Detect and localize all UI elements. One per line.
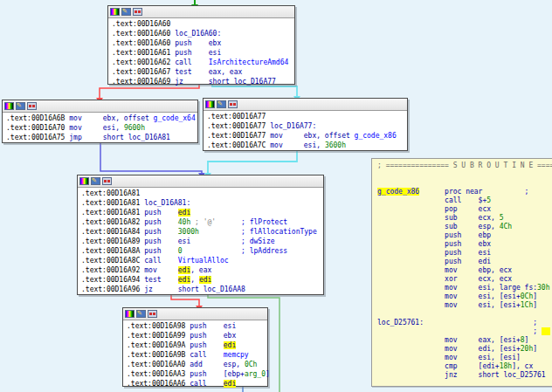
code-token[interactable]: jz short loc_D16AA8 (144, 285, 245, 293)
code-token[interactable]: .text:00D16A96 (81, 285, 144, 293)
code-token[interactable]: .text:00D16A99 (127, 332, 190, 340)
code-token[interactable]: .text:00D16A81 (81, 199, 144, 207)
edit-comment-icon[interactable] (121, 8, 131, 16)
code-line[interactable]: .text:00D16A81 loc_D16A81: (81, 198, 323, 208)
code-token[interactable]: .text:00D16A61 (112, 49, 175, 57)
code-token[interactable]: push esi (190, 322, 236, 330)
code-token[interactable]: 3000h (178, 228, 199, 236)
group-node-icon[interactable] (228, 100, 238, 108)
code-token[interactable]: .text:00D16A9B (127, 351, 190, 359)
code-token[interactable]: 9600h (124, 124, 145, 132)
code-line[interactable]: .text:00D16A77 (207, 112, 407, 121)
code-line[interactable]: .text:00D16A8A push 0 ; lpAddress (81, 246, 323, 256)
node-color-icon[interactable] (125, 310, 135, 318)
code-token[interactable]: .text:00D16A77 (207, 122, 270, 130)
code-token[interactable]: .text:00D16AA0 (127, 361, 190, 368)
code-line[interactable]: .text:00D16A81 (81, 189, 323, 198)
basic-block-block-00D16A81[interactable]: .text:00D16A81.text:00D16A81 loc_D16A81:… (77, 175, 324, 295)
code-token[interactable]: push [ebp+ (190, 370, 245, 378)
code-token[interactable]: mov ebx, offset (270, 132, 354, 140)
code-token[interactable]: edi (224, 380, 236, 388)
group-node-icon[interactable] (148, 310, 157, 318)
node-color-icon[interactable] (110, 8, 120, 16)
code-line[interactable]: .text:00D16A92 mov edi, eax (81, 265, 323, 275)
code-token[interactable]: .text:00D16A81 (81, 209, 144, 217)
code-token[interactable]: push (144, 218, 178, 226)
ida-graph-canvas[interactable]: .text:00D16A60.text:00D16A60 loc_D16A60:… (0, 0, 552, 392)
code-line[interactable]: .text:00D16AA0 add esp, 0Ch (127, 360, 267, 369)
code-line[interactable]: .text:00D16A82 push 40h ; '@' ; flProtec… (81, 217, 323, 227)
block-titlebar[interactable] (204, 99, 407, 111)
code-line[interactable]: .text:00D16A69 jz short loc_D16A77 (112, 77, 294, 86)
code-token[interactable]: memcpy (224, 351, 249, 359)
code-token[interactable]: VirtualAlloc (178, 257, 229, 265)
code-token[interactable]: .text:00D16A81 (81, 189, 140, 197)
code-token[interactable]: edi (199, 276, 211, 284)
code-token[interactable]: .text:00D16A82 (81, 218, 144, 226)
code-token[interactable] (190, 237, 241, 245)
code-token[interactable]: .text:00D16A60 (112, 20, 170, 28)
code-token[interactable]: push ebx (175, 39, 221, 47)
code-line[interactable]: .text:00D16A94 test edi, edi (81, 275, 323, 285)
code-token[interactable]: , eax (190, 266, 211, 274)
code-token[interactable]: .text:00D16A75 (6, 134, 69, 141)
code-line[interactable]: .text:00D16A99 push ebx (127, 331, 267, 340)
basic-block-block-00D16A6B[interactable]: .text:00D16A6B mov ebx, offset g_code_x6… (2, 100, 198, 143)
node-color-icon[interactable] (205, 100, 215, 108)
code-token[interactable]: edi (178, 276, 190, 284)
node-color-icon[interactable] (4, 102, 14, 110)
code-line[interactable]: .text:00D16A77 loc_D16A77: (207, 121, 407, 131)
basic-block-block-00D16A77[interactable]: .text:00D16A77.text:00D16A77 loc_D16A77:… (203, 98, 408, 151)
code-line[interactable]: .text:00D16A75 jmp short loc_D16A81 (6, 133, 197, 142)
code-token[interactable]: .text:00D16A6B (6, 114, 69, 122)
code-token[interactable]: ; flAllocationType (241, 228, 317, 236)
code-line[interactable]: .text:00D16A7C mov esi, 3600h (207, 141, 407, 150)
code-token[interactable]: test eax, eax (175, 68, 242, 76)
code-line[interactable]: .text:00D16A89 push esi ; dwSize (81, 237, 323, 246)
code-token[interactable]: push esi (175, 49, 221, 57)
code-token[interactable]: jmp short loc_D16A81 (69, 134, 170, 141)
code-line[interactable]: .text:00D16A84 push 3000h ; flAllocation… (81, 227, 323, 237)
code-token[interactable]: , (190, 276, 199, 284)
code-token[interactable]: loc_D16A81: (144, 199, 190, 207)
code-line[interactable]: .text:00D16A81 push edi (81, 208, 323, 217)
code-line[interactable]: .text:00D16A8C call VirtualAlloc (81, 256, 323, 265)
code-token[interactable]: call (190, 351, 224, 359)
node-color-icon[interactable] (79, 177, 89, 185)
code-token[interactable]: g_code_x64 (154, 114, 196, 122)
code-token[interactable]: .text:00D16A84 (81, 228, 144, 236)
code-token[interactable]: 0Ch (245, 361, 257, 368)
code-token[interactable]: call (144, 257, 178, 265)
code-token[interactable]: mov esi, (69, 124, 124, 132)
code-token[interactable] (183, 247, 241, 255)
code-line[interactable]: .text:00D16AA3 push [ebp+arg_0] (127, 369, 267, 379)
group-node-icon[interactable] (133, 8, 142, 16)
code-token[interactable]: push esi (144, 237, 190, 245)
code-token[interactable]: arg_0 (245, 370, 266, 378)
code-token[interactable]: .text:00D16AA3 (127, 370, 190, 378)
code-token[interactable]: .text:00D16A7C (207, 141, 270, 149)
code-token[interactable]: push (144, 228, 178, 236)
code-token[interactable]: .text:00D16A60 (112, 39, 175, 47)
code-line[interactable]: .text:00D16A96 jz short loc_D16AA8 (81, 285, 323, 294)
code-token[interactable]: .text:00D16A8C (81, 257, 144, 265)
code-line[interactable]: .text:00D16A60 (112, 19, 294, 29)
code-token[interactable]: .text:00D16A69 (112, 78, 175, 86)
code-token[interactable]: .text:00D16A62 (112, 58, 175, 66)
code-token[interactable]: push (190, 341, 224, 349)
code-token[interactable]: mov ebx, offset (69, 114, 153, 122)
code-token[interactable]: .text:00D16A94 (81, 276, 144, 284)
code-token[interactable]: .text:00D16AA6 (127, 380, 190, 388)
code-token[interactable]: IsArchitectureAmd64 (209, 58, 289, 66)
code-token[interactable]: jz short loc_D16A77 (175, 78, 276, 86)
code-token[interactable]: g_code_x86 (355, 132, 397, 140)
code-token[interactable]: add esp, (190, 361, 245, 368)
edit-comment-icon[interactable] (217, 100, 226, 108)
code-token[interactable]: mov esi, (270, 141, 325, 149)
code-token[interactable]: call (175, 58, 209, 66)
code-line[interactable]: .text:00D16A70 mov esi, 9600h (6, 123, 197, 133)
edit-comment-icon[interactable] (91, 177, 100, 185)
block-titlebar[interactable] (78, 175, 323, 188)
edit-comment-icon[interactable] (16, 102, 25, 110)
block-titlebar[interactable] (3, 100, 197, 113)
